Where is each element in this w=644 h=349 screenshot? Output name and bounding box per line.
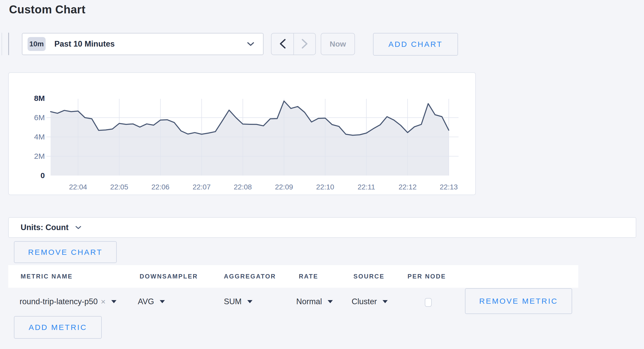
column-aggregator: AGGREGATOR bbox=[224, 265, 276, 288]
svg-text:8M: 8M bbox=[34, 94, 45, 102]
svg-text:6M: 6M bbox=[34, 113, 45, 122]
aggregator-value: SUM bbox=[224, 297, 242, 306]
metric-name-select[interactable]: round-trip-latency-p50 × bbox=[20, 293, 116, 310]
time-range-label: Past 10 Minutes bbox=[54, 39, 115, 49]
metrics-table-header: METRIC NAME DOWNSAMPLER AGGREGATOR RATE … bbox=[8, 265, 578, 288]
svg-text:22:09: 22:09 bbox=[275, 183, 293, 191]
remove-chart-button[interactable]: REMOVE CHART bbox=[14, 241, 117, 263]
page-title: Custom Chart bbox=[9, 3, 86, 16]
time-window-badge: 10m bbox=[28, 37, 46, 51]
svg-text:22:10: 22:10 bbox=[316, 183, 334, 191]
add-metric-button[interactable]: ADD METRIC bbox=[14, 316, 102, 339]
svg-text:4M: 4M bbox=[34, 133, 45, 141]
add-chart-button[interactable]: ADD CHART bbox=[373, 33, 458, 56]
svg-text:22:08: 22:08 bbox=[234, 183, 252, 191]
column-rate: RATE bbox=[299, 265, 318, 288]
aggregator-select[interactable]: SUM bbox=[224, 293, 252, 310]
chevron-left-icon bbox=[279, 39, 286, 49]
metric-name-value: round-trip-latency-p50 bbox=[20, 297, 98, 306]
rate-select[interactable]: Normal bbox=[296, 293, 333, 310]
column-downsampler: DOWNSAMPLER bbox=[140, 265, 198, 288]
per-node-checkbox[interactable] bbox=[425, 298, 432, 307]
page-edge-line bbox=[2, 33, 2, 55]
clear-metric-icon[interactable]: × bbox=[101, 297, 106, 307]
chevron-down-icon bbox=[247, 42, 254, 46]
custom-chart-svg: 02M4M6M8M22:0422:0522:0622:0722:0822:092… bbox=[9, 73, 475, 195]
caret-down-icon bbox=[160, 300, 165, 303]
svg-text:2M: 2M bbox=[34, 152, 45, 160]
now-button[interactable]: Now bbox=[321, 33, 355, 55]
svg-text:22:06: 22:06 bbox=[151, 183, 170, 191]
units-dropdown[interactable]: Units: Count bbox=[8, 217, 636, 238]
column-per-node: PER NODE bbox=[408, 265, 446, 288]
units-label: Units: Count bbox=[21, 223, 69, 232]
svg-text:22:04: 22:04 bbox=[69, 183, 87, 191]
column-metric-name: METRIC NAME bbox=[21, 265, 73, 288]
caret-down-icon bbox=[247, 300, 252, 303]
remove-metric-button[interactable]: REMOVE METRIC bbox=[465, 288, 572, 314]
svg-text:22:07: 22:07 bbox=[193, 183, 211, 191]
svg-text:22:13: 22:13 bbox=[440, 183, 458, 191]
time-nav-group bbox=[271, 33, 316, 55]
time-range-dropdown[interactable]: 10m Past 10 Minutes bbox=[22, 33, 264, 55]
caret-down-icon bbox=[111, 300, 116, 303]
source-value: Cluster bbox=[352, 297, 377, 306]
chevron-down-icon bbox=[75, 226, 81, 229]
chevron-right-icon bbox=[301, 39, 308, 49]
rate-value: Normal bbox=[296, 297, 322, 306]
column-source: SOURCE bbox=[353, 265, 385, 288]
prev-time-button[interactable] bbox=[272, 33, 293, 55]
caret-down-icon bbox=[383, 300, 388, 303]
svg-text:22:12: 22:12 bbox=[399, 183, 417, 191]
source-select[interactable]: Cluster bbox=[352, 293, 388, 310]
downsampler-value: AVG bbox=[138, 297, 154, 306]
chart-card: 02M4M6M8M22:0422:0522:0622:0722:0822:092… bbox=[8, 72, 476, 195]
caret-down-icon bbox=[328, 300, 333, 303]
svg-text:0: 0 bbox=[40, 171, 45, 180]
toolbar-divider-line bbox=[8, 33, 9, 55]
next-time-button[interactable] bbox=[293, 33, 315, 55]
svg-text:22:11: 22:11 bbox=[358, 183, 375, 191]
downsampler-select[interactable]: AVG bbox=[138, 293, 165, 310]
svg-text:22:05: 22:05 bbox=[110, 183, 128, 191]
